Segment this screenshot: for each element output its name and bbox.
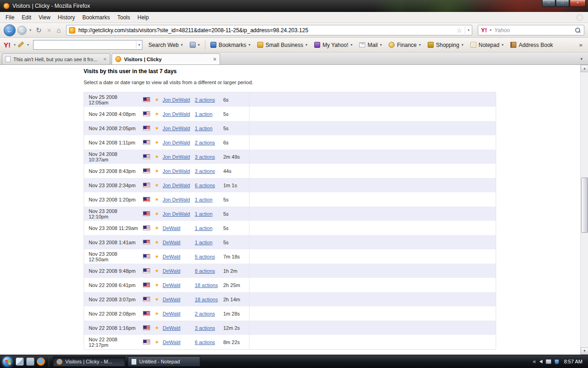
bookmark-star-icon[interactable]: ☆ xyxy=(456,27,462,34)
actions-link[interactable]: 5 actions xyxy=(195,254,215,259)
maximize-button[interactable]: □ xyxy=(556,0,569,7)
show-desktop-icon[interactable] xyxy=(16,357,24,366)
visitor-name-link[interactable]: Jon DeWald xyxy=(163,197,190,202)
favorite-star-icon[interactable]: ★ xyxy=(155,97,163,102)
favorite-star-icon[interactable]: ★ xyxy=(155,225,163,230)
menu-help[interactable]: Help xyxy=(134,13,153,22)
visitor-name-link[interactable]: DeWald xyxy=(163,297,181,302)
favorite-star-icon[interactable]: ★ xyxy=(155,240,163,245)
toolbar-overflow-button[interactable]: » xyxy=(577,41,585,48)
actions-link[interactable]: 6 actions xyxy=(195,183,215,188)
visitor-name-link[interactable]: DeWald xyxy=(163,311,181,316)
tab-close-icon[interactable]: × xyxy=(103,56,107,63)
minimize-button[interactable]: – xyxy=(542,0,555,7)
menu-tools[interactable]: Tools xyxy=(113,13,134,22)
visitor-name-link[interactable]: Jon DeWald xyxy=(163,183,190,188)
firefox-quicklaunch-icon[interactable] xyxy=(37,357,45,366)
network-icon[interactable] xyxy=(546,359,551,364)
title-bar[interactable]: Visitors | Clicky - Mozilla Firefox – □ … xyxy=(0,0,588,12)
actions-link[interactable]: 6 actions xyxy=(195,339,215,345)
actions-link[interactable]: 3 actions xyxy=(195,168,215,174)
visitor-name-link[interactable]: DeWald xyxy=(163,240,181,245)
tab-this-aint-hell[interactable]: This ain't Hell, but you can see it fro.… xyxy=(2,53,110,64)
favorite-star-icon[interactable]: ★ xyxy=(155,183,163,188)
visitor-name-link[interactable]: Jon DeWald xyxy=(163,126,190,131)
menu-file[interactable]: File xyxy=(2,13,18,22)
favorite-star-icon[interactable]: ★ xyxy=(155,297,163,302)
tray-expand-icon[interactable]: « xyxy=(533,358,536,365)
visitor-name-link[interactable]: DeWald xyxy=(163,254,181,259)
actions-link[interactable]: 1 action xyxy=(195,197,213,202)
yahoo-search-dropdown[interactable]: ▾ xyxy=(136,41,142,48)
favorite-star-icon[interactable]: ★ xyxy=(155,154,163,159)
url-input[interactable] xyxy=(78,27,453,34)
menu-view[interactable]: View xyxy=(35,13,54,22)
favorite-star-icon[interactable]: ★ xyxy=(155,168,163,173)
switch-windows-icon[interactable] xyxy=(26,357,34,366)
visitor-name-link[interactable]: DeWald xyxy=(163,268,181,274)
visitor-name-link[interactable]: DeWald xyxy=(163,225,181,231)
pencil-dropdown[interactable]: ▾ xyxy=(26,43,30,47)
toolbar-widget-button[interactable]: ▾ xyxy=(187,40,203,49)
toolbar-my-yahoo-button[interactable]: My Yahoo! ▾ xyxy=(311,40,355,50)
toolbar-shopping-button[interactable]: Shopping ▾ xyxy=(425,40,466,50)
visitor-name-link[interactable]: Jon DeWald xyxy=(163,168,190,174)
favorite-star-icon[interactable]: ★ xyxy=(155,254,163,259)
search-icon[interactable] xyxy=(575,27,581,34)
tab-close-icon[interactable]: × xyxy=(213,56,216,63)
toolbar-finance-button[interactable]: Finance ▾ xyxy=(386,40,424,50)
toolbar-address-book-button[interactable]: Address Book xyxy=(508,40,556,50)
actions-link[interactable]: 18 actions xyxy=(195,297,218,302)
visitor-name-link[interactable]: Jon DeWald xyxy=(163,154,190,160)
favorite-star-icon[interactable]: ★ xyxy=(155,126,163,131)
favorite-star-icon[interactable]: ★ xyxy=(155,111,163,116)
toolbar-notepad-button[interactable]: Notepad ▾ xyxy=(468,40,506,50)
actions-link[interactable]: 2 actions xyxy=(195,140,215,145)
favorite-star-icon[interactable]: ★ xyxy=(155,268,163,273)
scroll-down-button[interactable]: ▼ xyxy=(581,347,588,355)
toolbar-small-business-button[interactable]: Small Business ▾ xyxy=(254,40,310,50)
favorite-star-icon[interactable]: ★ xyxy=(155,311,163,316)
forward-button[interactable]: → xyxy=(17,26,27,35)
actions-link[interactable]: 18 actions xyxy=(195,282,218,288)
actions-link[interactable]: 8 actions xyxy=(195,268,215,274)
visitor-name-link[interactable]: DeWald xyxy=(163,282,181,288)
actions-link[interactable]: 2 actions xyxy=(195,97,215,103)
back-button[interactable]: ← xyxy=(4,24,16,36)
stop-button[interactable]: × xyxy=(45,26,53,34)
reload-button[interactable]: ↻ xyxy=(34,26,44,34)
visitor-name-link[interactable]: Jon DeWald xyxy=(163,140,190,145)
favorite-star-icon[interactable]: ★ xyxy=(155,325,163,330)
yahoo-logo[interactable]: Y! xyxy=(3,41,11,49)
visitor-name-link[interactable]: Jon DeWald xyxy=(163,211,190,217)
actions-link[interactable]: 3 actions xyxy=(195,325,215,331)
actions-link[interactable]: 1 action xyxy=(195,240,213,245)
search-input[interactable] xyxy=(494,27,573,34)
pencil-icon[interactable] xyxy=(18,42,25,48)
actions-link[interactable]: 1 action xyxy=(195,126,213,131)
history-dropdown-button[interactable]: ▾ xyxy=(28,28,32,32)
close-button[interactable]: × xyxy=(570,0,586,7)
favorite-star-icon[interactable]: ★ xyxy=(155,140,163,145)
search-web-button[interactable]: Search Web ▾ xyxy=(146,40,186,50)
toolbar-bookmarks-button[interactable]: Bookmarks ▾ xyxy=(208,40,253,50)
list-all-tabs-button[interactable]: ▾ xyxy=(577,57,586,62)
security-icon[interactable] xyxy=(554,359,559,364)
browser-search-box[interactable]: Y! ▾ xyxy=(478,25,584,35)
favorite-star-icon[interactable]: ★ xyxy=(155,197,163,202)
menu-bookmarks[interactable]: Bookmarks xyxy=(79,13,113,22)
start-button[interactable] xyxy=(2,356,13,368)
visitor-name-link[interactable]: Jon DeWald xyxy=(163,97,190,103)
scroll-up-button[interactable]: ▲ xyxy=(581,65,588,72)
menu-edit[interactable]: Edit xyxy=(18,13,35,22)
taskbar-button-notepad[interactable]: Untitled - Notepad xyxy=(128,356,200,367)
url-dropdown-button[interactable]: ▾ xyxy=(465,27,469,34)
yahoo-search-field[interactable]: ▾ xyxy=(33,40,142,50)
toolbar-mail-button[interactable]: Mail ▾ xyxy=(356,40,384,50)
actions-link[interactable]: 3 actions xyxy=(195,154,215,160)
visitor-name-link[interactable]: DeWald xyxy=(163,325,181,331)
home-button[interactable]: ⌂ xyxy=(55,26,62,34)
actions-link[interactable]: 1 action xyxy=(195,211,213,217)
tab-visitors-clicky[interactable]: Visitors | Clicky × xyxy=(112,53,220,64)
favorite-star-icon[interactable]: ★ xyxy=(155,339,163,345)
